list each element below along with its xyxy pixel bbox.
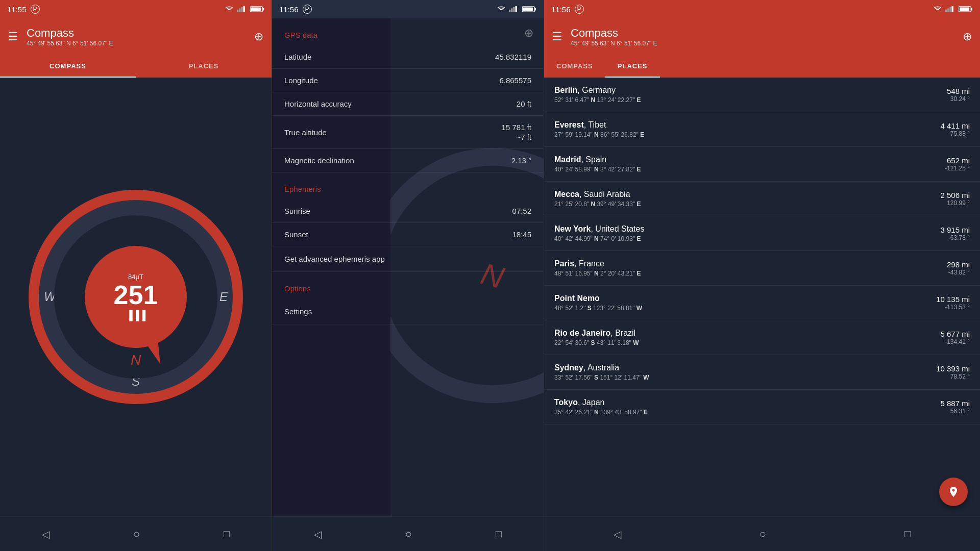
- nav-back-1[interactable]: ◁: [32, 523, 60, 545]
- place-distance-madrid: 652 mi -121.25 °: [909, 156, 970, 172]
- place-name-paris: Paris, France: [554, 259, 909, 268]
- section-ephemeris: Ephemeris: [272, 172, 544, 199]
- svg-rect-7: [509, 10, 510, 12]
- place-name-newyork: New York, United States: [554, 224, 909, 234]
- place-name-everest: Everest, Tibet: [554, 120, 909, 130]
- value-longitude: 6.865575: [499, 76, 531, 85]
- place-paris[interactable]: Paris, France 48° 51' 16.95" N 2° 20' 43…: [544, 251, 980, 286]
- value-mag-dec: 2.13 °: [511, 156, 531, 165]
- place-newyork[interactable]: New York, United States 40° 42' 44.99" N…: [544, 216, 980, 251]
- place-name-tokyo: Tokyo, Japan: [554, 398, 909, 407]
- row-mag-dec: Magnetic declination 2.13 °: [272, 149, 544, 172]
- battery-icon-2: [522, 6, 536, 12]
- nav-home-2[interactable]: ○: [395, 522, 422, 546]
- needle-n-label: N: [131, 352, 141, 368]
- signal-icon-1: [237, 6, 247, 12]
- place-mecca[interactable]: Mecca, Saudi Arabia 21° 25' 20.8" N 39° …: [544, 182, 980, 216]
- compass-ring-outer: W S E: [29, 190, 243, 404]
- places-list: Berlin, Germany 52° 31' 6.47" N 13° 24' …: [544, 78, 980, 516]
- link-settings[interactable]: Settings: [272, 299, 544, 324]
- place-info-paris: Paris, France 48° 51' 16.95" N 2° 20' 43…: [554, 259, 909, 277]
- time-1: 11:55: [7, 5, 27, 14]
- value-sunrise: 07:52: [512, 207, 531, 215]
- gps-status-right: [497, 6, 536, 12]
- compass-ring-mid: W S E: [39, 200, 233, 394]
- place-madrid[interactable]: Madrid, Spain 40° 24' 58.99" N 3° 42' 27…: [544, 147, 980, 182]
- svg-rect-3: [243, 6, 245, 12]
- nav-recent-3[interactable]: □: [894, 523, 921, 545]
- location-icon-1[interactable]: ⊕: [254, 30, 263, 43]
- place-distance-pointnemo: 10 135 mi -113.53 °: [909, 295, 970, 311]
- nav-home-1[interactable]: ○: [123, 522, 150, 546]
- svg-rect-17: [952, 6, 953, 12]
- location-pin-icon: [947, 486, 960, 498]
- nav-back-2[interactable]: ◁: [304, 523, 332, 545]
- gps-content: GPS data Latitude 45.832119 Longitude 6.…: [272, 18, 544, 516]
- gps-status-bar: 11:56 P: [272, 0, 544, 18]
- status-bar-3: 11:56 P: [544, 0, 980, 18]
- tab-places-1[interactable]: PLACES: [136, 55, 272, 78]
- link-ephemeris-app[interactable]: Get advanced ephemeris app: [272, 246, 544, 272]
- svg-rect-1: [239, 8, 240, 12]
- time-3: 11:56: [551, 5, 571, 14]
- label-true-alt: True altitude: [284, 128, 327, 137]
- add-place-fab[interactable]: [939, 478, 968, 506]
- gps-time: 11:56: [279, 5, 299, 14]
- place-coords-everest: 27° 59' 19.14" N 86° 55' 26.82" E: [554, 131, 909, 138]
- nav-bar-1: ◁ ○ □: [0, 516, 272, 551]
- compass-ut: 84μT: [128, 273, 143, 281]
- place-rio[interactable]: Rio de Janeiro, Brazil 22° 54' 30.6" S 4…: [544, 320, 980, 355]
- place-name-berlin: Berlin, Germany: [554, 86, 909, 95]
- svg-rect-14: [945, 10, 947, 12]
- nav-recent-2[interactable]: □: [485, 523, 512, 545]
- place-coords-sydney: 33° 52' 17.56" S 151° 12' 11.47" W: [554, 374, 909, 381]
- place-coords-madrid: 40° 24' 58.99" N 3° 42' 27.82" E: [554, 166, 909, 173]
- app-header-1: ☰ Compass 45° 49' 55.63" N 6° 51' 56.07"…: [0, 18, 272, 55]
- row-sunset: Sunset 18:45: [272, 223, 544, 246]
- target-icon-2[interactable]: ⊕: [524, 27, 533, 40]
- label-h-accuracy: Horizontal accuracy: [284, 99, 352, 108]
- nav-back-3[interactable]: ◁: [603, 523, 631, 545]
- app-header-3: ☰ Compass 45° 49' 55.63" N 6° 51' 56.07"…: [544, 18, 980, 55]
- place-distance-newyork: 3 915 mi -63.78 °: [909, 226, 970, 241]
- place-berlin[interactable]: Berlin, Germany 52° 31' 6.47" N 13° 24' …: [544, 78, 980, 112]
- value-h-accuracy: 20 ft: [517, 99, 531, 108]
- place-pointnemo[interactable]: Point Nemo 48° 52' 1.2" S 123° 22' 58.81…: [544, 286, 980, 320]
- location-icon-3[interactable]: ⊕: [963, 30, 972, 43]
- wifi-icon-1: [225, 6, 234, 12]
- tab-bar-1: COMPASS PLACES: [0, 55, 272, 78]
- menu-icon-1[interactable]: ☰: [8, 30, 18, 43]
- place-tokyo[interactable]: Tokyo, Japan 35° 42' 26.21" N 139° 43' 5…: [544, 390, 980, 424]
- menu-icon-3[interactable]: ☰: [552, 30, 562, 43]
- place-distance-tokyo: 5 887 mi 56.31 °: [909, 399, 970, 415]
- tab-compass-3[interactable]: COMPASS: [544, 55, 605, 78]
- place-coords-pointnemo: 48° 52' 1.2" S 123° 22' 58.81" W: [554, 305, 909, 312]
- nav-home-3[interactable]: ○: [749, 522, 776, 546]
- place-name-rio: Rio de Janeiro, Brazil: [554, 329, 909, 338]
- place-coords-newyork: 40° 42' 44.99" N 74° 0' 10.93" E: [554, 235, 909, 242]
- battery-icon-3: [959, 6, 973, 12]
- row-true-alt: True altitude 15 781 ft ~7 ft: [272, 116, 544, 149]
- place-name-sydney: Sydney, Australia: [554, 363, 909, 372]
- tab-compass-1[interactable]: COMPASS: [0, 55, 136, 78]
- place-coords-berlin: 52° 31' 6.47" N 13° 24' 22.27" E: [554, 96, 909, 104]
- svg-rect-5: [262, 8, 264, 10]
- svg-rect-13: [523, 8, 533, 11]
- svg-rect-20: [960, 8, 969, 11]
- compass-panel: 11:55 P ☰ Compass 45° 49' 55.63" N 6° 51…: [0, 0, 272, 551]
- svg-rect-8: [511, 8, 512, 12]
- place-info-everest: Everest, Tibet 27° 59' 19.14" N 86° 55' …: [554, 120, 909, 138]
- place-name-madrid: Madrid, Spain: [554, 155, 909, 164]
- place-info-berlin: Berlin, Germany 52° 31' 6.47" N 13° 24' …: [554, 86, 909, 104]
- nav-recent-1[interactable]: □: [213, 523, 240, 545]
- places-panel: 11:56 P ☰ Compass 45° 49' 55.63" N 6° 51…: [544, 0, 980, 551]
- place-sydney[interactable]: Sydney, Australia 33° 52' 17.56" S 151° …: [544, 355, 980, 390]
- tab-places-3[interactable]: PLACES: [605, 55, 660, 78]
- status-right-3: [933, 6, 973, 12]
- wifi-icon-2: [497, 6, 506, 12]
- app-title-3: Compass: [571, 27, 954, 40]
- header-text-1: Compass 45° 49' 55.63" N 6° 51' 56.07" E: [27, 27, 246, 47]
- place-everest[interactable]: Everest, Tibet 27° 59' 19.14" N 86° 55' …: [544, 112, 980, 147]
- p-icon-1: P: [31, 5, 40, 14]
- label-mag-dec: Magnetic declination: [284, 156, 354, 165]
